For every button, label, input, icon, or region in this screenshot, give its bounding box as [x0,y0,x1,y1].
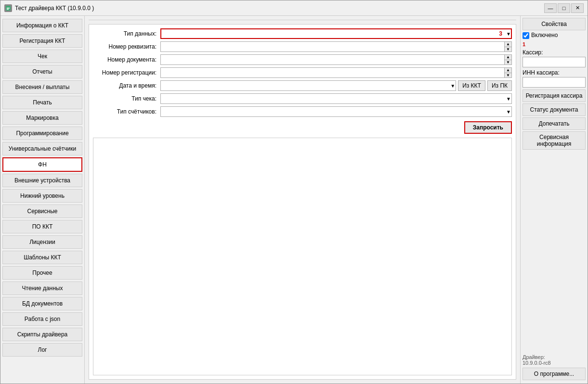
sidebar-item-programming[interactable]: Программирование [2,127,82,140]
cashier-input[interactable] [523,57,586,67]
sidebar-item-marking[interactable]: Маркировка [2,111,82,125]
requisite-num-label: Номер реквизита: [93,43,160,50]
sidebar-item-templates[interactable]: Шаблоны ККТ [2,251,82,264]
badge-1: 1 [523,41,586,47]
sidebar-item-info-kkt[interactable]: Информация о ККТ [2,19,82,32]
enabled-checkbox[interactable] [523,32,529,39]
minimize-button[interactable]: — [544,3,557,13]
from-pc-button[interactable]: Из ПК [487,80,512,91]
sidebar-item-other[interactable]: Прочее [2,266,82,280]
title-bar-left: Тест драйвера ККТ (10.9.0.0 ) [4,4,94,12]
driver-info: Драйвер: 10.9.0.0-rc8 [523,354,586,366]
sidebar-item-fn[interactable]: ФН [2,157,82,172]
app-icon [4,4,12,12]
counters-type-label: Тип счётчиков: [93,108,160,115]
datetime-controls: 2022.01.13 17:06:34 ▼ Из ККТ Из ПК [160,80,512,91]
reg-num-up[interactable]: ▲ [505,68,511,73]
reprint-button[interactable]: Допечатать [523,117,586,130]
from-kkt-button[interactable]: Из ККТ [458,80,485,91]
datetime-input-wrapper: 2022.01.13 17:06:34 ▼ [160,80,456,91]
sidebar-item-service[interactable]: Сервисные [2,205,82,218]
window-controls: — □ ✕ [544,3,584,13]
properties-button[interactable]: Свойства [523,18,586,30]
inn-label: ИНН кассира: [523,69,586,76]
main-panel: Тип данных: ▼ 3 Номер реквизита: 1 ▲ [85,16,520,384]
sidebar-item-log[interactable]: Лог [2,343,82,357]
doc-num-down[interactable]: ▼ [505,60,511,65]
sidebar-item-licenses[interactable]: Лицензии [2,235,82,249]
driver-version: 10.9.0.0-rc8 [523,360,551,366]
reg-num-spinner: 1 ▲ ▼ [160,67,512,78]
title-bar: Тест драйвера ККТ (10.9.0.0 ) — □ ✕ [0,0,588,16]
result-area [93,138,512,375]
maximize-button[interactable]: □ [558,3,570,13]
doc-num-spinner-btns: ▲ ▼ [504,54,512,65]
close-button[interactable]: ✕ [571,3,584,13]
data-type-select-wrapper: ▼ 3 [160,28,512,39]
datetime-input[interactable]: 2022.01.13 17:06:34 [160,80,456,91]
sidebar-item-external-devices[interactable]: Внешние устройства [2,174,82,187]
doc-num-label: Номер документа: [93,56,160,63]
reg-num-down[interactable]: ▼ [505,73,511,78]
sidebar-item-db-docs[interactable]: БД документов [2,297,82,310]
requisite-num-input[interactable]: 1 [160,41,504,52]
reg-num-input[interactable]: 1 [160,67,504,78]
check-type-row: Тип чека: ▼ [93,93,512,104]
content-area: Информация о ККТРегистрация ККТЧекОтчеты… [0,16,588,384]
doc-num-up[interactable]: ▲ [505,55,511,60]
main-window: Тест драйвера ККТ (10.9.0.0 ) — □ ✕ Инфо… [0,0,588,384]
sidebar-item-check[interactable]: Чек [2,50,82,63]
datetime-dropdown-icon: ▼ [450,83,455,89]
request-btn-row: Запросить [93,121,512,134]
data-type-label: Тип данных: [93,30,160,37]
sidebar-item-print[interactable]: Печать [2,96,82,109]
sidebar-item-json-work[interactable]: Работа с json [2,312,82,326]
requisite-num-up[interactable]: ▲ [505,42,511,47]
reg-num-row: Номер регистрации: 1 ▲ ▼ [93,67,512,78]
right-panel: Свойства Включено 1 Кассир: ИНН кассира:… [520,16,588,384]
driver-label: Драйвер: [523,354,545,360]
requisite-num-row: Номер реквизита: 1 ▲ ▼ [93,41,512,52]
sidebar-item-reg-kkt[interactable]: Регистрация ККТ [2,34,82,48]
sidebar-item-data-reading[interactable]: Чтение данных [2,282,82,295]
enabled-row: Включено [523,32,586,39]
service-info-button[interactable]: Сервисная информация [523,131,586,150]
enabled-label: Включено [531,32,558,38]
check-type-select-wrapper: ▼ [160,93,512,104]
doc-num-spinner: 1 ▲ ▼ [160,54,512,65]
sidebar-item-po-kkt[interactable]: ПО ККТ [2,220,82,233]
about-button[interactable]: О программе... [523,368,586,380]
data-type-badge: 3 [499,30,502,37]
sidebar-item-universal-counters[interactable]: Универсальные счётчики [2,142,82,155]
data-type-row: Тип данных: ▼ 3 [93,28,512,39]
counters-type-select-wrapper: ▼ [160,106,512,117]
doc-status-button[interactable]: Статус документа [523,103,586,116]
reg-cashier-button[interactable]: Регистрация кассира [523,90,586,102]
requisite-num-down[interactable]: ▼ [505,47,511,52]
svg-rect-1 [7,8,10,9]
datetime-label: Дата и время: [93,82,160,89]
datetime-row: Дата и время: 2022.01.13 17:06:34 ▼ Из К… [93,80,512,91]
sidebar: Информация о ККТРегистрация ККТЧекОтчеты… [0,16,85,384]
doc-num-row: Номер документа: 1 ▲ ▼ [93,54,512,65]
svg-rect-2 [7,9,9,10]
requisite-num-spinner-btns: ▲ ▼ [504,41,512,52]
request-button[interactable]: Запросить [464,121,512,134]
check-type-label: Тип чека: [93,95,160,102]
sidebar-item-scripts[interactable]: Скрипты драйвера [2,328,82,341]
counters-type-select[interactable] [160,106,512,117]
tab-bar [89,20,516,20]
right-spacer [523,151,586,354]
counters-type-row: Тип счётчиков: ▼ [93,106,512,117]
check-type-select[interactable] [160,93,512,104]
reg-num-label: Номер регистрации: [93,69,160,76]
sidebar-item-reports[interactable]: Отчеты [2,65,82,78]
window-title: Тест драйвера ККТ (10.9.0.0 ) [15,5,94,12]
sidebar-item-lower-level[interactable]: Нижний уровень [2,189,82,203]
cashier-label: Кассир: [523,49,586,56]
doc-num-input[interactable]: 1 [160,54,504,65]
reg-num-spinner-btns: ▲ ▼ [504,67,512,78]
inn-input[interactable] [523,77,586,88]
data-type-select[interactable] [160,28,512,39]
sidebar-item-contributions[interactable]: Внесения / выплаты [2,80,82,94]
